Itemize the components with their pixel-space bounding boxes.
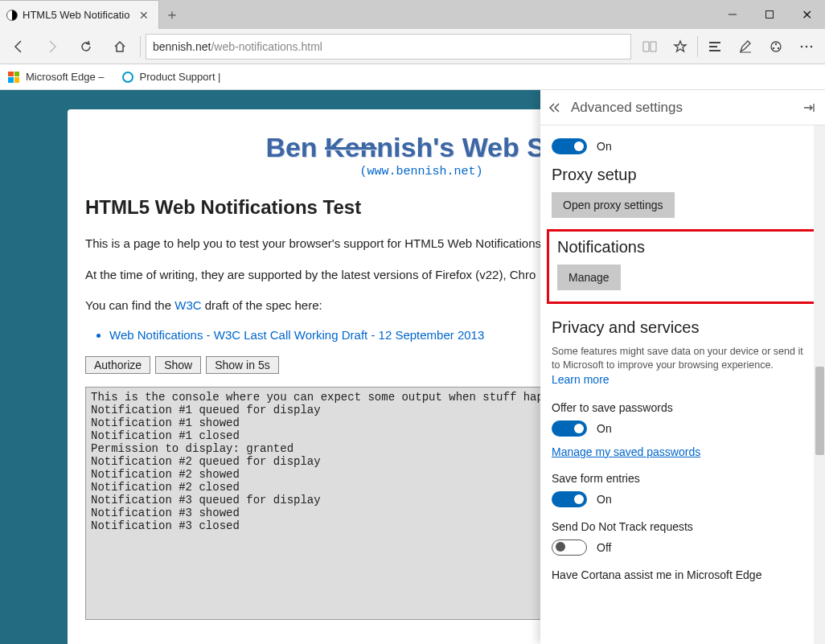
cortana-label: Have Cortana assist me in Microsoft Edge [552,568,814,581]
panel-header: Advanced settings [540,90,825,125]
offer-passwords-toggle-row: On [552,420,814,437]
webnote-button[interactable] [730,31,761,62]
fav-item-msedge[interactable]: Microsoft Edge – [26,71,105,83]
window-close-button[interactable]: ✕ [788,0,825,29]
notifications-section-highlight: Notifications Manage [547,229,819,304]
panel-back-button[interactable] [548,102,561,113]
tab-close-icon[interactable]: ✕ [136,9,152,22]
toggle-state: Off [597,541,611,554]
scrollbar-thumb[interactable] [815,367,824,455]
titlebar: HTML5 Web Notificatio ✕ ＋ ✕ [0,0,825,29]
svg-point-8 [773,47,774,48]
spec-link[interactable]: Web Notifications - W3C Last Call Workin… [109,328,484,342]
chevron-double-left-icon [548,102,561,113]
authorize-button[interactable]: Authorize [85,356,150,374]
toggle-switch[interactable] [552,491,587,507]
toolbar-divider [697,36,698,57]
panel-pin-button[interactable] [802,102,815,113]
toolbar-divider [140,36,141,57]
panel-title: Advanced settings [571,100,683,116]
browser-tab[interactable]: HTML5 Web Notificatio ✕ [0,0,159,29]
hub-button[interactable] [700,31,730,62]
save-form-toggle-row: On [552,491,814,507]
toggle-state: On [597,140,612,153]
minimize-button[interactable] [714,0,751,29]
microsoft-icon [8,72,19,83]
toggle-state: On [597,493,612,506]
toggle-state: On [597,422,612,435]
fav-item-dell-support[interactable]: Product Support | [140,71,221,83]
forward-button[interactable] [37,31,68,62]
ellipsis-icon [799,44,814,49]
svg-point-10 [801,45,803,47]
top-toggle-row: On [552,138,814,154]
url-host: bennish.net [153,40,211,53]
toolbar-right [634,31,822,62]
maximize-button[interactable] [751,0,788,29]
url-path: /web-notifications.html [211,40,322,53]
privacy-section-subtitle: Some features might save data on your de… [552,345,814,372]
window-controls: ✕ [714,0,825,29]
tab-title: HTML5 Web Notificatio [23,9,131,21]
share-button[interactable] [761,31,791,62]
chevron-left-icon [11,39,26,54]
book-icon [642,40,658,53]
chevron-right-icon [45,39,60,54]
panel-scrollbar[interactable] [814,125,825,644]
share-icon [769,39,783,54]
address-bar[interactable]: bennish.net/web-notifications.html [146,34,631,59]
home-button[interactable] [105,31,135,62]
show-in-5s-button[interactable]: Show in 5s [206,356,278,374]
back-button[interactable] [3,31,34,62]
favorite-button[interactable] [665,31,696,62]
svg-point-12 [811,45,813,47]
reading-view-button[interactable] [634,31,665,62]
proxy-section-title: Proxy setup [552,166,814,184]
minimize-icon [728,10,737,19]
pen-icon [738,39,753,54]
dell-icon [122,72,133,83]
yin-yang-icon [6,10,18,21]
offer-passwords-label: Offer to save passwords [552,401,814,414]
manage-passwords-link[interactable]: Manage my saved passwords [552,445,700,458]
toolbar: bennish.net/web-notifications.html [0,29,825,64]
open-proxy-button[interactable]: Open proxy settings [552,192,675,218]
show-button[interactable]: Show [155,356,201,374]
learn-more-link[interactable]: Learn more [552,373,610,386]
favorites-bar: Microsoft Edge – Product Support | [0,64,825,90]
new-tab-button[interactable]: ＋ [159,0,185,29]
pin-icon [802,102,815,113]
toggle-switch[interactable] [552,539,587,556]
more-button[interactable] [791,31,822,62]
maximize-icon [765,10,774,19]
manage-notifications-button[interactable]: Manage [557,265,621,290]
svg-rect-1 [766,11,774,18]
refresh-icon [79,39,93,54]
svg-point-7 [775,43,777,44]
viewport: Ben Kennish's Web Site (www.bennish.net)… [0,90,825,644]
privacy-section-title: Privacy and services [552,318,814,337]
hub-icon [708,41,722,52]
svg-point-9 [778,47,779,48]
dnt-toggle-row: Off [552,539,814,556]
save-form-label: Save form entries [552,472,814,485]
settings-panel: Advanced settings On Proxy setup Open pr… [540,90,825,644]
panel-body: On Proxy setup Open proxy settings Notif… [540,125,825,644]
toggle-switch[interactable] [552,420,587,437]
dnt-label: Send Do Not Track requests [552,520,814,533]
notifications-section-title: Notifications [557,238,808,256]
star-icon [673,39,688,54]
w3c-link[interactable]: W3C [174,298,201,312]
toggle-switch[interactable] [552,138,587,154]
svg-point-6 [771,42,781,51]
home-icon [113,39,127,54]
svg-point-11 [806,45,808,47]
refresh-button[interactable] [71,31,101,62]
